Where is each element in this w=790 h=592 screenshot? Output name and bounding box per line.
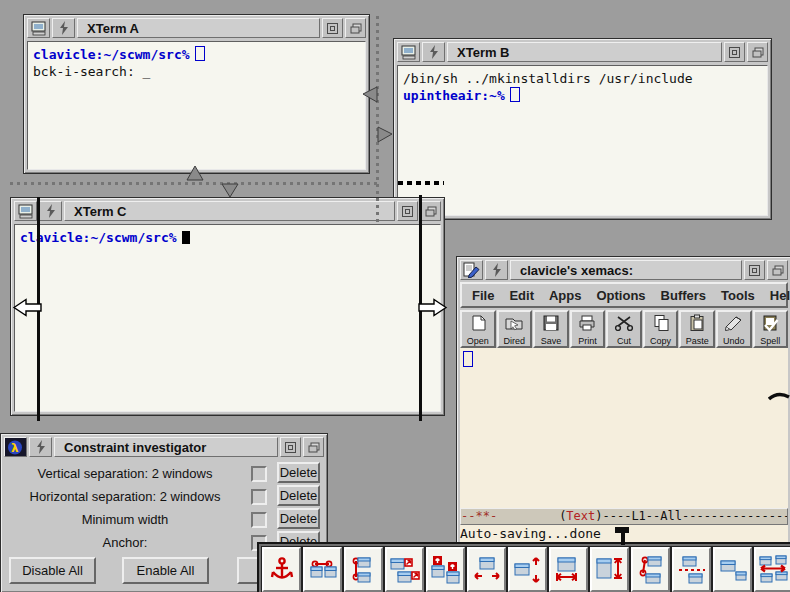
shell-prompt: clavicle:~/scwm/src% — [33, 47, 190, 62]
terminal-content[interactable]: /bin/sh ../mkinstalldirs /usr/include up… — [397, 65, 768, 216]
lightning-icon[interactable] — [485, 260, 508, 280]
delete-constraint-button[interactable]: Delete — [277, 508, 320, 529]
lightning-icon[interactable] — [39, 201, 62, 221]
buffer-area[interactable] — [460, 348, 788, 508]
window-xterm-a[interactable]: XTerm A clavicle:~/scwm/src% bck-i-searc… — [23, 14, 370, 174]
window-title: XTerm C — [64, 201, 395, 221]
min-width-arrow-right — [417, 298, 448, 317]
modeline-flags: --**- — [461, 509, 497, 523]
constraint-button-move-vertical[interactable] — [508, 547, 547, 592]
lightning-icon[interactable] — [422, 42, 445, 62]
disable-all-button[interactable]: Disable All — [9, 557, 96, 584]
spell-button[interactable]: Spell — [753, 310, 789, 348]
iconify-button[interactable] — [280, 437, 301, 457]
open-button[interactable]: Open — [460, 310, 496, 348]
menu-tools[interactable]: Tools — [721, 288, 755, 303]
maximize-button[interactable] — [747, 42, 768, 62]
titlebar[interactable]: clavicle's xemacs: — [460, 260, 788, 280]
lightning-icon[interactable] — [52, 18, 75, 38]
desktop: { "colors": { "desktop": "#9d9d9d", "win… — [0, 0, 790, 592]
window-title: XTerm B — [447, 42, 722, 62]
shell-prompt: clavicle:~/scwm/src% — [20, 230, 177, 245]
constraint-enable-checkbox[interactable] — [251, 512, 267, 528]
iconify-button[interactable] — [744, 260, 765, 280]
toolbar-label: Print — [578, 336, 597, 346]
paste-button[interactable]: Paste — [679, 310, 715, 348]
undo-button[interactable]: Undo — [716, 310, 752, 348]
menu-file[interactable]: File — [472, 288, 494, 303]
buffer-cursor — [463, 351, 473, 367]
titlebar[interactable]: XTerm B — [397, 42, 768, 62]
window-xterm-c[interactable]: XTerm C clavicle:~/scwm/src% — [10, 197, 445, 416]
toolbar-label: Cut — [617, 336, 631, 346]
constraint-button-connect-tops[interactable] — [303, 547, 342, 592]
toolbar-label: Save — [541, 336, 562, 346]
lightning-icon[interactable] — [29, 437, 52, 457]
constraint-button-move-horizontal[interactable] — [467, 547, 506, 592]
constraint-button-group-width[interactable] — [754, 547, 790, 592]
print-button[interactable]: Print — [570, 310, 606, 348]
constant-height-icon — [595, 555, 625, 585]
constraint-button-connect-left-edges[interactable] — [344, 547, 383, 592]
window-xemacs[interactable]: clavicle's xemacs: File Edit Apps Option… — [456, 256, 790, 547]
iconify-button[interactable] — [322, 18, 343, 38]
terminal-content[interactable]: clavicle:~/scwm/src% bck-i-search: _ — [27, 41, 366, 170]
modeline-mode: Text — [566, 509, 595, 523]
vertical-constraint-dotted-line — [376, 15, 379, 222]
titlebar[interactable]: XTerm A — [27, 18, 366, 38]
up-arrow-boxes-icon — [431, 555, 461, 585]
constraint-arrow-up — [186, 166, 204, 181]
connect-corners-icon — [636, 555, 666, 585]
command-output: /bin/sh ../mkinstalldirs /usr/include — [403, 71, 693, 86]
titlebar[interactable]: λ Constraint investigator — [4, 437, 324, 457]
maximize-button[interactable] — [345, 18, 366, 38]
text-cursor — [182, 231, 190, 244]
toolbar-label: Undo — [723, 336, 745, 346]
enable-all-button[interactable]: Enable All — [122, 557, 209, 584]
constraint-button-connect-corners[interactable] — [631, 547, 670, 592]
iconify-button[interactable] — [397, 201, 418, 221]
save-button[interactable]: Save — [533, 310, 569, 348]
menu-buffers[interactable]: Buffers — [661, 288, 707, 303]
open-file-icon — [468, 314, 488, 336]
constraint-button-horizontal-separator[interactable] — [672, 547, 711, 592]
undo-icon — [724, 314, 744, 336]
constraint-button-up-arrow-boxes[interactable] — [426, 547, 465, 592]
toolbar-label: Open — [467, 336, 489, 346]
dired-button[interactable]: Dired — [497, 310, 533, 348]
maximize-button[interactable] — [420, 201, 441, 221]
modeline-position: ----L1--All--------------- — [603, 509, 789, 523]
constraint-arrow-left — [362, 86, 378, 103]
copy-button[interactable]: Copy — [643, 310, 679, 348]
modeline: --**-(Text)----L1--All--------------- — [460, 508, 788, 525]
menu-help[interactable]: Help — [770, 288, 790, 303]
maximize-button[interactable] — [303, 437, 324, 457]
maximize-button[interactable] — [767, 260, 788, 280]
iconify-button[interactable] — [724, 42, 745, 62]
constraint-enable-checkbox[interactable] — [251, 489, 267, 505]
horizontal-separator-icon — [677, 555, 707, 585]
spell-icon — [760, 314, 780, 336]
text-cursor — [195, 46, 205, 61]
constraint-button-anchor[interactable] — [262, 547, 301, 592]
window-xterm-b[interactable]: XTerm B /bin/sh ../mkinstalldirs /usr/in… — [393, 38, 772, 220]
constraint-button-constant-height[interactable] — [590, 547, 629, 592]
terminal-content[interactable]: clavicle:~/scwm/src% — [14, 224, 441, 412]
constraint-button-corner-ne-boxes[interactable] — [385, 547, 424, 592]
toolbar-label: Copy — [650, 336, 671, 346]
terminal-icon — [27, 18, 50, 38]
scwm-lambda-icon: λ — [4, 437, 27, 457]
delete-constraint-button[interactable]: Delete — [277, 462, 320, 483]
constant-width-icon — [554, 555, 584, 585]
menu-options[interactable]: Options — [596, 288, 645, 303]
isearch-line: bck-i-search: _ — [33, 64, 150, 79]
move-vertical-icon — [513, 555, 543, 585]
menu-apps[interactable]: Apps — [549, 288, 582, 303]
constraint-button-two-windows[interactable] — [713, 547, 752, 592]
delete-constraint-button[interactable]: Delete — [277, 485, 320, 506]
constraint-button-constant-width[interactable] — [549, 547, 588, 592]
anchor-icon — [267, 555, 297, 585]
constraint-enable-checkbox[interactable] — [251, 466, 267, 482]
cut-button[interactable]: Cut — [606, 310, 642, 348]
menu-edit[interactable]: Edit — [509, 288, 534, 303]
